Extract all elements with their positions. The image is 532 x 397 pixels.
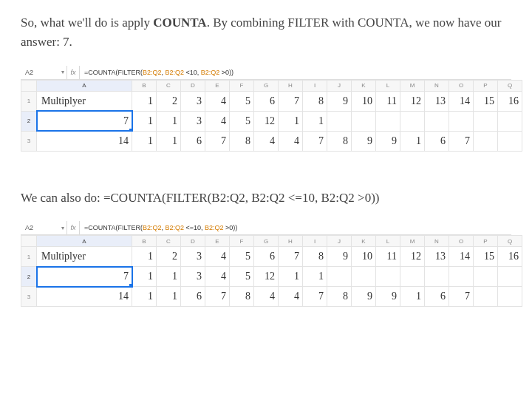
col-header[interactable]: P [474, 80, 498, 91]
cell[interactable]: 1 [132, 267, 157, 287]
cell[interactable]: 16 [498, 91, 522, 111]
col-header[interactable]: I [303, 236, 327, 247]
cell[interactable] [327, 111, 352, 131]
cell[interactable]: 15 [474, 91, 498, 111]
row-header-1[interactable]: 1 [21, 91, 37, 111]
cell[interactable]: 4 [205, 91, 230, 111]
cell[interactable] [376, 111, 400, 131]
cell[interactable]: 7 [205, 131, 230, 151]
cell[interactable]: 5 [230, 247, 254, 267]
cell[interactable]: 9 [352, 131, 376, 151]
cell[interactable]: 4 [254, 287, 279, 307]
cell[interactable]: 3 [181, 91, 205, 111]
cell[interactable]: 3 [181, 267, 205, 287]
cell[interactable]: 10 [352, 91, 376, 111]
cell[interactable]: 4 [254, 131, 279, 151]
col-header-A[interactable]: A [37, 80, 132, 91]
name-box-dropdown-icon[interactable]: ▾ [59, 225, 66, 231]
col-header[interactable]: J [327, 80, 352, 91]
col-header[interactable]: P [474, 236, 498, 247]
cell-A1[interactable]: Multiplyer [37, 247, 132, 267]
name-box[interactable]: A2 [21, 69, 59, 76]
cell[interactable] [498, 131, 522, 151]
cell[interactable]: 6 [181, 287, 205, 307]
cell[interactable]: 2 [157, 91, 181, 111]
cell-A1[interactable]: Multiplyer [37, 91, 132, 111]
row-header-2[interactable]: 2 [21, 111, 37, 131]
col-header[interactable]: O [449, 236, 474, 247]
cell[interactable]: 4 [205, 267, 230, 287]
cell[interactable]: 1 [157, 287, 181, 307]
cell[interactable]: 9 [327, 247, 352, 267]
cell[interactable] [498, 287, 522, 307]
cell[interactable]: 8 [303, 247, 327, 267]
cell[interactable]: 9 [352, 287, 376, 307]
cell[interactable]: 9 [376, 131, 400, 151]
cell[interactable]: 6 [254, 91, 279, 111]
cell[interactable]: 8 [327, 287, 352, 307]
cell[interactable] [498, 267, 522, 287]
col-header[interactable]: I [303, 80, 327, 91]
corner-cell[interactable] [21, 80, 37, 91]
cell[interactable]: 8 [230, 287, 254, 307]
sheet-grid[interactable]: A B C D E F G H I J K L M N O P Q [21, 80, 522, 152]
cell[interactable] [474, 131, 498, 151]
cell[interactable] [327, 267, 352, 287]
sheet-grid[interactable]: A B C D E F G H I J K L M N O P Q [21, 235, 522, 307]
cell[interactable] [352, 111, 376, 131]
row-header-3[interactable]: 3 [21, 131, 37, 151]
cell[interactable] [376, 267, 400, 287]
cell[interactable]: 1 [303, 267, 327, 287]
cell-A3[interactable]: 14 [37, 131, 132, 151]
cell[interactable]: 2 [157, 247, 181, 267]
cell[interactable]: 7 [303, 131, 327, 151]
cell[interactable] [449, 111, 474, 131]
col-header[interactable]: K [352, 236, 376, 247]
cell[interactable]: 5 [230, 267, 254, 287]
cell[interactable]: 3 [181, 247, 205, 267]
col-header[interactable]: D [181, 80, 205, 91]
col-header[interactable]: L [376, 236, 400, 247]
cell[interactable]: 3 [181, 111, 205, 131]
col-header[interactable]: G [254, 236, 279, 247]
col-header[interactable]: K [352, 80, 376, 91]
cell[interactable]: 14 [449, 247, 474, 267]
cell[interactable]: 12 [254, 111, 279, 131]
cell[interactable]: 7 [205, 287, 230, 307]
cell-A3[interactable]: 14 [37, 287, 132, 307]
cell[interactable]: 16 [498, 247, 522, 267]
cell[interactable]: 1 [132, 91, 157, 111]
col-header[interactable]: F [230, 80, 254, 91]
cell[interactable]: 5 [230, 111, 254, 131]
col-header[interactable]: Q [498, 236, 522, 247]
cell[interactable]: 10 [352, 247, 376, 267]
cell[interactable]: 7 [279, 247, 303, 267]
cell[interactable] [449, 267, 474, 287]
cell[interactable]: 13 [425, 247, 449, 267]
cell[interactable]: 1 [132, 287, 157, 307]
cell[interactable]: 1 [157, 267, 181, 287]
col-header[interactable]: L [376, 80, 400, 91]
cell[interactable]: 1 [157, 111, 181, 131]
col-header-A[interactable]: A [37, 236, 132, 247]
col-header[interactable]: N [425, 236, 449, 247]
cell[interactable]: 15 [474, 247, 498, 267]
cell[interactable]: 1 [279, 111, 303, 131]
cell[interactable]: 6 [425, 287, 449, 307]
col-header[interactable]: O [449, 80, 474, 91]
cell[interactable] [498, 111, 522, 131]
col-header[interactable]: E [205, 236, 230, 247]
cell[interactable]: 1 [157, 131, 181, 151]
cell[interactable] [400, 267, 425, 287]
col-header[interactable]: J [327, 236, 352, 247]
cell[interactable]: 1 [303, 111, 327, 131]
cell[interactable]: 6 [181, 131, 205, 151]
cell[interactable]: 1 [400, 131, 425, 151]
cell[interactable]: 11 [376, 247, 400, 267]
cell[interactable] [474, 287, 498, 307]
row-header-2[interactable]: 2 [21, 267, 37, 287]
cell[interactable]: 1 [132, 247, 157, 267]
col-header[interactable]: D [181, 236, 205, 247]
cell[interactable] [400, 111, 425, 131]
col-header[interactable]: N [425, 80, 449, 91]
